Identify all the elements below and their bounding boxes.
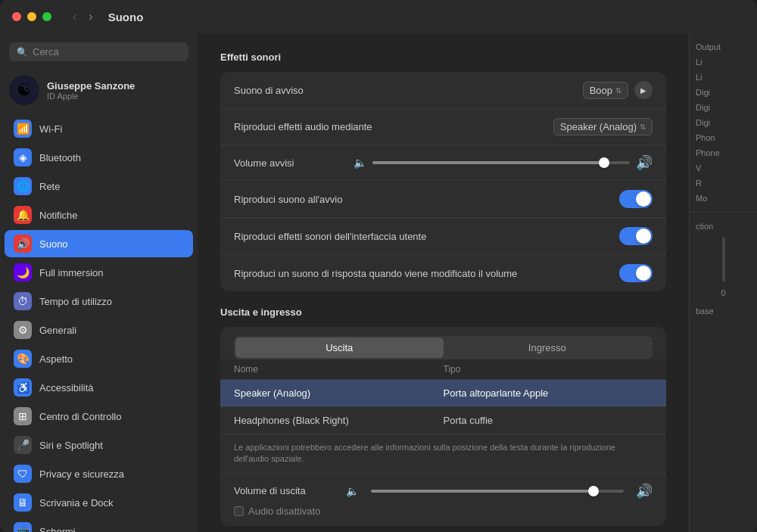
sidebar-item-label: Privacy e sicurezza: [39, 468, 124, 480]
sidebar-item-bluetooth[interactable]: ◈ Bluetooth: [5, 144, 193, 171]
cell-nome: Headphones (Black Right): [234, 415, 444, 426]
effetti-toggle[interactable]: [619, 227, 653, 245]
cell-nome: Speaker (Analog): [234, 387, 444, 399]
forward-arrow-icon[interactable]: ›: [86, 8, 95, 25]
search-input[interactable]: [33, 46, 181, 58]
schermi-icon: 📺: [14, 522, 32, 532]
col-nome-header: Nome: [234, 364, 444, 375]
sidebar-item-centro[interactable]: ⊞ Centro di Controllo: [5, 403, 193, 430]
sidebar-item-label: Bluetooth: [39, 152, 81, 163]
sidebar-item-aspetto[interactable]: 🎨 Aspetto: [5, 345, 193, 372]
avatar: ☯: [9, 75, 39, 105]
audio-disattivato-checkbox[interactable]: [234, 506, 244, 516]
volume-uscita-row: Volume di uscita 🔈 🔊: [234, 483, 653, 499]
right-label-phon: Phon: [690, 130, 757, 145]
sidebar-item-scrivania[interactable]: 🖥 Scrivania e Dock: [5, 489, 193, 516]
suono-icon: 🔊: [14, 235, 32, 253]
uscita-ingresso-title: Uscita e ingresso: [220, 306, 666, 318]
risposta-toggle[interactable]: [619, 264, 653, 282]
right-slider: 0: [690, 234, 757, 303]
vertical-slider[interactable]: [722, 237, 725, 282]
right-label-r: R: [690, 176, 757, 191]
volume-uscita-section: Volume di uscita 🔈 🔊 Audio disattivato: [220, 474, 666, 526]
risposta-label: Riproduci un suono di risposta quando vi…: [234, 268, 619, 279]
volume-avvisi-label: Volume avvisi: [234, 157, 354, 169]
right-panel: Output Li Li Digi Digi Digi Phon Phone V…: [689, 33, 757, 532]
sidebar-item-rete[interactable]: 🌐 Rete: [5, 173, 193, 200]
volume-low-icon: 🔈: [346, 485, 359, 497]
window-title: Suono: [108, 11, 144, 23]
sidebar-item-accessibilita[interactable]: ♿ Accessibilità: [5, 374, 193, 401]
user-profile[interactable]: ☯ Giuseppe Sanzone ID Apple: [0, 70, 198, 114]
right-label-mo: Mo: [690, 191, 757, 206]
sidebar-item-schermi[interactable]: 📺 Schermi: [5, 518, 193, 532]
sidebar-item-fullimmersion[interactable]: 🌙 Full immersion: [5, 259, 193, 286]
sidebar-item-notifiche[interactable]: 🔔 Notifiche: [5, 201, 193, 229]
accessibilita-icon: ♿: [14, 378, 32, 397]
col-tipo-header: Tipo: [444, 364, 653, 375]
right-label-v: V: [690, 160, 757, 176]
sidebar: 🔍 ☯ Giuseppe Sanzone ID Apple 📶 Wi-Fi ◈: [0, 33, 198, 532]
sidebar-item-tempo[interactable]: ⏱ Tempo di utilizzo: [5, 288, 193, 315]
sidebar-item-wifi[interactable]: 📶 Wi-Fi: [5, 115, 193, 142]
minimize-button[interactable]: [27, 12, 36, 21]
suono-avviso-row: Suono di avviso Boop ⇅ ▶: [220, 72, 666, 109]
centro-icon: ⊞: [14, 407, 32, 425]
riproduci-dropdown[interactable]: Speaker (Analog) ⇅: [553, 118, 653, 135]
search-icon: 🔍: [17, 47, 28, 58]
audio-disattivato-label: Audio disattivato: [248, 506, 320, 517]
aspetto-icon: 🎨: [14, 350, 32, 368]
slider-thumb: [599, 157, 609, 168]
riproduci-row: Riproduci effetti audio mediante Speaker…: [220, 109, 666, 145]
sidebar-item-label: Scrivania e Dock: [39, 497, 114, 509]
table-row[interactable]: Headphones (Black Right) Porta cuffie: [220, 407, 666, 434]
right-action-label: ction: [690, 219, 757, 234]
volume-high-icon: 🔊: [636, 483, 653, 499]
suono-avviso-dropdown[interactable]: Boop ⇅: [583, 82, 628, 99]
riproduci-label: Riproduci effetti audio mediante: [234, 121, 553, 132]
slider-thumb: [588, 486, 599, 496]
close-button[interactable]: [12, 12, 21, 21]
sidebar-item-label: Full immersion: [39, 267, 104, 278]
right-label-li1: Li: [690, 54, 757, 70]
main-window: ‹ › Suono 🔍 ☯ Giuseppe Sanzone ID Apple: [0, 0, 757, 532]
avvio-toggle[interactable]: [619, 190, 653, 208]
sidebar-item-generali[interactable]: ⚙ Generali: [5, 316, 193, 344]
right-label-digi2: Digi: [690, 100, 757, 115]
play-button[interactable]: ▶: [634, 81, 653, 99]
sidebar-item-label: Schermi: [39, 526, 76, 533]
toggle-thumb: [636, 229, 651, 244]
volume-avvisi-slider[interactable]: [372, 161, 630, 164]
traffic-lights: [12, 12, 51, 21]
fullimmersion-icon: 🌙: [14, 263, 32, 282]
sidebar-item-siri[interactable]: 🎤 Siri e Spotlight: [5, 431, 193, 459]
effetti-label: Riproduci effetti sonori dell'interfacci…: [234, 231, 619, 242]
sidebar-item-label: Generali: [39, 325, 76, 336]
bluetooth-icon: ◈: [14, 148, 32, 166]
sidebar-item-label: Siri e Spotlight: [39, 440, 103, 451]
back-arrow-icon[interactable]: ‹: [70, 8, 79, 25]
sidebar-item-suono[interactable]: 🔊 Suono: [5, 230, 193, 257]
sidebar-item-label: Accessibilità: [39, 382, 94, 394]
riproduci-value: Speaker (Analog): [560, 121, 637, 132]
avvio-label: Riproduci suono all'avvio: [234, 194, 619, 205]
user-subtitle: ID Apple: [47, 92, 135, 101]
sidebar-item-label: Wi-Fi: [39, 123, 62, 135]
sidebar-item-label: Notifiche: [39, 210, 78, 221]
generali-icon: ⚙: [14, 321, 32, 339]
user-name: Giuseppe Sanzone: [47, 80, 135, 92]
scrivania-icon: 🖥: [14, 493, 32, 512]
volume-uscita-label: Volume di uscita: [234, 485, 340, 496]
right-label-li2: Li: [690, 70, 757, 85]
volume-uscita-slider[interactable]: [371, 490, 624, 493]
tab-uscita[interactable]: Uscita: [235, 338, 444, 358]
table-row[interactable]: Speaker (Analog) Porta altoparlante Appl…: [220, 380, 666, 407]
tab-ingresso[interactable]: Ingresso: [444, 338, 652, 358]
effetti-row: Riproduci effetti sonori dell'interfacci…: [220, 218, 666, 255]
maximize-button[interactable]: [42, 12, 51, 21]
sidebar-item-privacy[interactable]: 🛡 Privacy e sicurezza: [5, 460, 193, 487]
audio-disattivato-row: Audio disattivato: [234, 499, 653, 517]
network-icon: 🌐: [14, 177, 32, 195]
tempo-icon: ⏱: [14, 292, 32, 310]
search-box[interactable]: 🔍: [9, 42, 188, 61]
